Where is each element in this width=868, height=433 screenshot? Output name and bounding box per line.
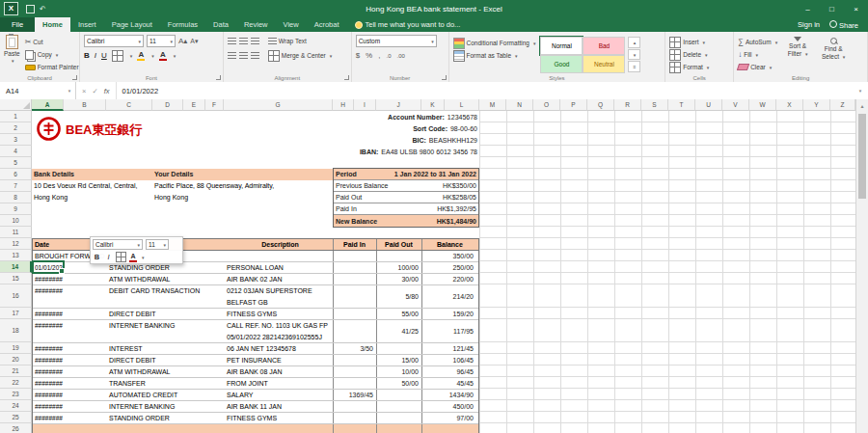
cell-type[interactable]: INTEREST: [109, 343, 143, 355]
cell-paid-in[interactable]: 1369/45: [349, 390, 373, 400]
comma-style-icon[interactable]: ,: [378, 52, 380, 60]
column-header-U[interactable]: U: [695, 99, 722, 111]
paste-button[interactable]: Paste▾: [4, 35, 20, 72]
row-header-23[interactable]: 23: [0, 389, 32, 400]
cell-paid-out[interactable]: 10/00: [401, 366, 419, 377]
cell-balance[interactable]: 220/00: [453, 274, 474, 284]
row-header-3[interactable]: 3: [0, 134, 32, 146]
cell-date[interactable]: ########: [35, 378, 64, 390]
table-row[interactable]: ########INTERNET BANKINGCALL REF. NO. 11…: [33, 320, 478, 343]
format-as-table-button[interactable]: Format as Table▾: [453, 50, 536, 61]
gallery-more-icon[interactable]: ≡: [628, 61, 640, 72]
table-row[interactable]: ########DIRECT DEBITPET INSURANCE15/0010…: [33, 355, 478, 366]
mini-font-name-combo[interactable]: Calibri▾: [93, 239, 143, 250]
format-painter-button[interactable]: Format Painter: [25, 62, 79, 72]
conditional-formatting-button[interactable]: Conditional Formatting▾: [453, 38, 536, 48]
font-dialog-launcher[interactable]: [216, 75, 221, 80]
cell-balance[interactable]: 97/00: [456, 413, 474, 423]
row-header-18[interactable]: 18: [0, 319, 32, 342]
grow-font-icon[interactable]: A▴: [178, 38, 187, 45]
table-row[interactable]: ########INTEREST06 JAN NET 123456783/501…: [33, 343, 478, 355]
column-header-Y[interactable]: Y: [803, 99, 830, 111]
row-header-24[interactable]: 24: [0, 400, 32, 412]
align-right-icon[interactable]: [251, 52, 259, 59]
cell-style-good[interactable]: Good: [540, 55, 583, 73]
number-dialog-launcher[interactable]: [442, 75, 447, 80]
cell-type[interactable]: STANDING ORDER: [109, 413, 170, 424]
mini-font-color-icon[interactable]: A: [129, 253, 137, 262]
sort-filter-button[interactable]: Sort & Filter ▾: [782, 35, 813, 72]
column-header-W[interactable]: W: [749, 99, 776, 111]
merge-center-button[interactable]: Merge & Center▾: [268, 50, 332, 61]
enter-icon[interactable]: ✓: [92, 87, 97, 95]
cut-button[interactable]: ✂Cut: [25, 37, 79, 47]
column-header-P[interactable]: P: [560, 99, 587, 111]
copy-button[interactable]: Copy▾: [25, 49, 79, 60]
formula-bar-expand-icon[interactable]: ▾: [853, 88, 868, 94]
row-header-7[interactable]: 7: [0, 180, 32, 192]
table-row[interactable]: ########ATM WITHDRAWALAIR BANK 02 JAN30/…: [33, 274, 478, 285]
cell-type[interactable]: DEBIT CARD TRANSACTION: [109, 285, 200, 297]
cell-description[interactable]: FROM JOINT: [227, 378, 268, 390]
cell-balance[interactable]: 450/00: [453, 401, 474, 412]
align-middle-icon[interactable]: [239, 38, 248, 44]
cell-balance[interactable]: 106/45: [453, 355, 474, 365]
sign-in-link[interactable]: Sign in: [798, 20, 820, 29]
cell-description[interactable]: 0212 03JAN SUPERSTOREBELFAST GB: [227, 285, 312, 309]
row-header-14[interactable]: 14: [0, 261, 32, 273]
name-box-dropdown-icon[interactable]: ▾: [64, 82, 76, 99]
insert-function-icon[interactable]: fx: [104, 87, 110, 95]
clipboard-dialog-launcher[interactable]: [72, 75, 77, 80]
tab-view[interactable]: View: [276, 17, 307, 32]
column-header-G[interactable]: G: [224, 99, 333, 111]
table-row[interactable]: ########ATM WITHDRAWALAIR BANK 08 JAN10/…: [33, 366, 478, 378]
gallery-down-icon[interactable]: ▾: [628, 49, 640, 61]
row-header-4[interactable]: 4: [0, 146, 32, 157]
tab-file[interactable]: File: [0, 17, 35, 32]
row-header-16[interactable]: 16: [0, 284, 32, 308]
table-row[interactable]: ########DEBIT CARD TRANSACTION0212 03JAN…: [33, 285, 478, 309]
column-header-C[interactable]: C: [106, 99, 152, 111]
mini-italic-button[interactable]: I: [104, 252, 113, 262]
underline-button[interactable]: U: [101, 51, 107, 60]
cell-balance[interactable]: 117/95: [453, 320, 474, 342]
cell-description[interactable]: AIR BANK 08 JAN: [227, 366, 283, 378]
cell-date[interactable]: ########: [35, 285, 64, 297]
name-box[interactable]: A14: [0, 82, 64, 99]
cell-style-normal[interactable]: Normal: [540, 37, 583, 55]
column-header-I[interactable]: I: [354, 99, 376, 111]
cell-date[interactable]: ########: [35, 401, 64, 413]
row-header-1[interactable]: 1: [0, 111, 32, 122]
row-header-6[interactable]: 6: [0, 169, 32, 180]
cell-description[interactable]: 06 JAN NET 12345678: [227, 343, 296, 355]
sheet-area[interactable]: BEA東亞銀行 Account Number:12345678 Sort Cod…: [32, 111, 855, 433]
find-select-button[interactable]: Find & Select ▾: [818, 35, 849, 72]
select-all-corner[interactable]: [0, 99, 32, 111]
cell-description[interactable]: PET INSURANCE: [227, 355, 282, 366]
scroll-up-icon[interactable]: ▴: [856, 99, 868, 112]
cell-date[interactable]: ########: [35, 309, 64, 320]
cell-type[interactable]: ATM WITHDRAWAL: [109, 274, 171, 285]
close-button[interactable]: ×: [844, 0, 868, 17]
cell-type[interactable]: ATM WITHDRAWAL: [109, 366, 171, 378]
cell-type[interactable]: DIRECT DEBIT: [109, 355, 156, 366]
column-header-J[interactable]: J: [376, 99, 421, 111]
percent-style-icon[interactable]: %: [366, 52, 372, 60]
borders-icon[interactable]: [112, 50, 123, 62]
increase-decimal-icon[interactable]: .0: [386, 53, 391, 59]
table-footer-bar[interactable]: [33, 424, 478, 433]
cell-type[interactable]: AUTOMATED CREDIT: [109, 390, 177, 401]
tab-acrobat[interactable]: Acrobat: [307, 17, 347, 32]
row-header-22[interactable]: 22: [0, 377, 32, 389]
column-header-H[interactable]: H: [333, 99, 354, 111]
column-header-K[interactable]: K: [421, 99, 445, 111]
row-header-9[interactable]: 9: [0, 203, 32, 215]
row-header-15[interactable]: 15: [0, 273, 32, 284]
accounting-format-icon[interactable]: $: [356, 52, 360, 60]
row-header-5[interactable]: 5: [0, 157, 32, 169]
cell-date[interactable]: ########: [35, 355, 64, 366]
cell-balance[interactable]: 214/20: [453, 285, 474, 308]
italic-button[interactable]: I: [95, 51, 96, 60]
tab-home[interactable]: Home: [35, 17, 70, 32]
delete-cells-button[interactable]: Delete▾: [669, 49, 709, 60]
